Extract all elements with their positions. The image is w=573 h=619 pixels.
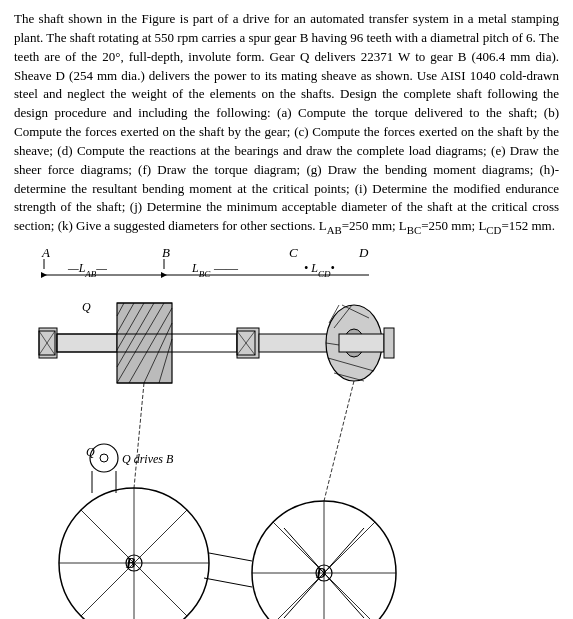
lab-label: —LAB— <box>67 261 107 279</box>
lcd-label: • LCD• <box>304 261 335 279</box>
B-large-label: B <box>125 556 135 571</box>
shaft-segment-1 <box>57 334 117 352</box>
q-drives-b-text: Q drives B <box>122 452 174 466</box>
belt-upper <box>209 553 252 561</box>
belt-lower <box>204 578 252 587</box>
label-D: D <box>358 245 369 260</box>
D-large-label: D <box>315 566 326 581</box>
Q-center <box>100 454 108 462</box>
lbc-dashes: —— <box>213 261 239 275</box>
main-diagram: A B C D —LAB— LBC —— • LCD• <box>14 243 559 619</box>
shaft-end <box>384 328 394 358</box>
lbc-label: LBC <box>191 261 211 279</box>
bearing-C <box>237 328 259 358</box>
connect-B <box>134 383 144 488</box>
Q-bottom-label: Q <box>86 445 95 459</box>
label-A: A <box>41 245 50 260</box>
shaft-right <box>339 334 384 352</box>
Q-label-top: Q <box>82 300 91 314</box>
page: The shaft shown in the Figure is part of… <box>0 0 573 619</box>
label-C: C <box>289 245 298 260</box>
problem-text: The shaft shown in the Figure is part of… <box>14 10 559 239</box>
diagram-area: A B C D —LAB— LBC —— • LCD• <box>14 243 559 619</box>
label-B: B <box>162 245 170 260</box>
connect-D <box>324 381 354 501</box>
gear-B <box>117 303 172 383</box>
